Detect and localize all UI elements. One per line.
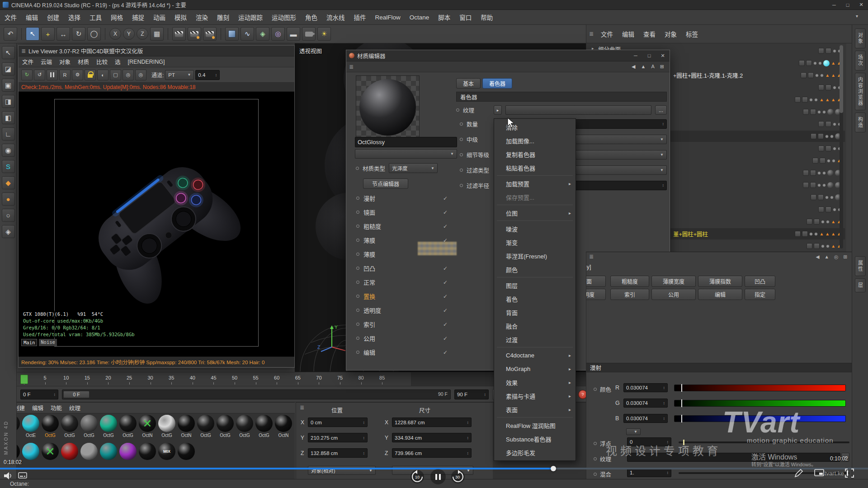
main-menu-item[interactable]: 工具 [85,13,106,22]
add-cube-icon[interactable] [225,27,239,41]
main-menu-item[interactable]: 模拟 [170,13,191,22]
main-menu-item[interactable]: 捕捉 [127,13,149,22]
spinner-icon[interactable]: ↕ [54,392,56,397]
model-mode-icon[interactable]: ▣ [2,79,15,92]
lv-menu-item[interactable]: 对象 [56,57,74,66]
material-channel-row[interactable]: 置换✓ [351,289,454,303]
object-icon[interactable] [795,231,801,237]
main-menu-item[interactable]: 创建 [42,13,64,22]
tag-triangle-icon[interactable]: ▲ [825,232,830,236]
coordinate-system-icon[interactable]: ▦ [150,27,164,41]
visibility-dot[interactable] [825,196,829,199]
visibility-dot[interactable] [813,61,817,65]
visibility-dot[interactable] [833,122,836,126]
object-icon[interactable] [810,109,816,115]
object-icon[interactable] [818,194,824,200]
fullscreen-icon[interactable] [844,468,854,478]
visibility-dot[interactable] [833,86,836,89]
material-thumb[interactable]: OctG [255,415,274,438]
object-icon[interactable] [826,145,831,151]
undo-icon[interactable]: ↶ [4,27,17,41]
attr-tab[interactable]: 粗糙度 [610,276,649,287]
subtitle-icon[interactable] [18,472,27,480]
attr-tab[interactable]: 透明度 [586,289,606,300]
frame-range-slider[interactable]: 0 F 90 F [62,389,451,399]
paint-mode-icon[interactable]: ◪ [2,62,15,75]
me-minimize-button[interactable]: ─ [629,51,642,60]
material-editor-titlebar[interactable]: 材质编辑器 ─ □ ✕ [346,50,670,61]
main-menu-item[interactable]: 流水线 [322,13,349,22]
material-thumb[interactable]: OctG [60,415,79,438]
render-settings-icon[interactable] [203,27,217,41]
move-tool-icon[interactable]: + [41,27,55,41]
attr-tab[interactable]: 薄膜宽度 [651,276,696,287]
axis-mode-icon[interactable]: ∟ [2,127,15,141]
om-menu-item[interactable]: 标签 [681,29,703,38]
tag-triangle-icon[interactable]: ▲ [819,98,824,102]
context-menu-item[interactable]: 复制着色器 [494,147,576,161]
visibility-dot[interactable] [817,171,821,175]
context-menu-item[interactable]: C4doctane▸ [494,348,576,362]
object-icon[interactable] [818,121,824,127]
material-thumb[interactable]: OctG [235,415,254,438]
context-menu-item[interactable]: 位图▸ [494,206,576,220]
context-menu-item[interactable]: 背面 [494,305,576,319]
visibility-dot[interactable] [826,220,830,224]
object-icon[interactable] [814,219,820,225]
om-menu-item[interactable]: 编辑 [618,29,639,38]
object-row[interactable] [670,118,845,130]
material-thumb[interactable]: OctG [196,415,215,438]
mograph-icon[interactable]: ◈ [256,27,269,41]
material-thumb[interactable] [118,443,137,460]
side-tab[interactable]: 对象 [855,28,866,48]
material-channel-row[interactable]: 漫射✓ [351,191,454,205]
material-thumb[interactable]: OctE [21,415,40,438]
object-row[interactable] [670,131,845,142]
visibility-dot[interactable] [827,159,830,163]
main-menu-item[interactable]: 文件 [0,13,21,22]
select-tool-icon[interactable]: ↖ [26,27,39,41]
object-icon[interactable] [826,121,831,127]
snap-icon[interactable]: S [2,160,15,173]
lock-resolution-icon[interactable] [85,70,96,80]
node-editor-button[interactable]: 节点编辑器 [363,178,408,189]
visibility-dot[interactable] [833,49,836,53]
visibility-dot[interactable] [814,98,818,102]
visibility-dot[interactable] [833,208,836,211]
points-mode-icon[interactable]: ◉ [2,144,15,157]
object-icon[interactable] [826,48,831,54]
material-thumb[interactable] [80,443,99,460]
current-frame-marker[interactable] [20,375,28,384]
object-icon[interactable] [806,60,812,66]
main-menu-item[interactable]: 帮助 [476,13,497,22]
gpu-tab-noise[interactable]: Noise [39,339,57,346]
context-menu-item[interactable]: 素描与卡通▸ [494,389,576,403]
object-row[interactable] [670,45,845,56]
material-thumb[interactable] [99,443,118,460]
material-name-field[interactable]: OctGlossy [355,137,457,147]
coord-mode-combo[interactable]: 对象(相对)▼ [308,466,376,475]
object-row[interactable]: ▲▲▲▲ [670,94,845,105]
gold-diamond-icon[interactable]: ◆ [2,176,15,189]
object-icon[interactable] [801,72,807,78]
coord-field[interactable]: 334.934 cm↕ [392,433,472,442]
material-channel-row[interactable]: 透明度✓ [351,303,454,317]
main-menu-item[interactable]: RealFlow [371,14,405,21]
om-scrollbar[interactable] [840,45,843,249]
floor-icon[interactable]: ▬ [287,27,300,41]
material-menu-item[interactable]: 功能 [47,404,66,412]
context-menu-item[interactable]: 颜色 [494,263,576,276]
workplane-mode-icon[interactable]: ◧ [2,111,15,124]
live-viewer-titlebar[interactable]: ≣ Live Viewer 3.07-R2 中国C4D联盟中文汉化版 [19,46,294,56]
spinner-icon[interactable]: ↕ [484,392,486,397]
visibility-dot[interactable] [825,135,829,138]
visibility-dot[interactable] [822,110,826,114]
rotate-tool-icon[interactable]: ↻ [72,27,85,41]
attr-tab[interactable]: 凹凸 [745,276,775,287]
history-back-icon[interactable]: ◀ [816,254,820,259]
quantize-icon[interactable]: ◈ [2,225,15,238]
context-menu-item[interactable]: 着色 [494,292,576,305]
material-preview[interactable] [356,75,420,139]
object-icon[interactable] [826,206,831,212]
me-close-button[interactable]: ✕ [656,51,670,60]
